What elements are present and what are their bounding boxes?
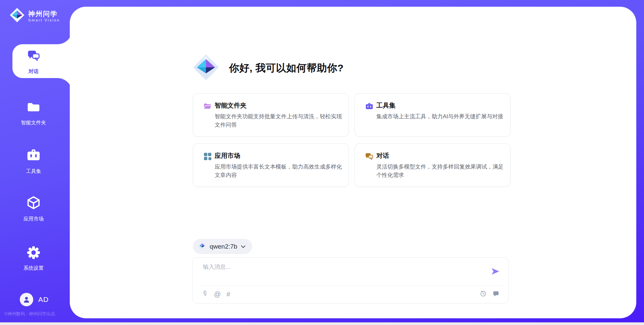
sidebar-item-label: 智能文件夹 (21, 120, 46, 126)
user-name: AD (38, 296, 49, 304)
sidebar-item-chat[interactable]: 对话 (0, 48, 67, 75)
brand-subtitle: Smart Vision (28, 18, 60, 22)
chat-icon (365, 152, 374, 161)
sidebar-item-app-market[interactable]: 应用市场 (0, 195, 67, 222)
cube-icon (26, 195, 41, 212)
card-title: 智能文件夹 (215, 101, 247, 110)
model-selector[interactable]: qwen2:7b (193, 239, 252, 254)
model-name: qwen2:7b (210, 243, 237, 250)
chevron-down-icon (241, 244, 246, 250)
card-smart-folder[interactable]: 智能文件夹 智能文件夹功能支持批量文件上传与清洗，轻松实现文件问答 (193, 93, 349, 137)
history-icon[interactable] (479, 290, 487, 299)
greeting-title: 你好, 我可以如何帮助你? (229, 61, 344, 75)
card-title: 对话 (376, 151, 389, 160)
card-app-market[interactable]: 应用市场 应用市场提供丰富长文本模板，助力高效生成多样化文章内容 (193, 143, 349, 187)
greeting-gem-icon (192, 53, 220, 83)
briefcase-icon (365, 102, 374, 111)
model-gem-icon (198, 242, 206, 251)
mention-icon[interactable]: @ (214, 290, 221, 298)
folder-icon (26, 100, 41, 116)
avatar (20, 293, 33, 306)
card-title: 应用市场 (215, 151, 240, 160)
brand: 神州问学 Smart Vision (9, 7, 60, 24)
message-input[interactable]: 输入消息... (203, 263, 230, 271)
feedback-chat-icon[interactable] (492, 290, 499, 299)
gear-icon (26, 246, 41, 261)
send-icon[interactable] (491, 267, 500, 277)
card-chat[interactable]: 对话 灵活切换多模型文件，支持多样回复效果调试，满足个性化需求 (355, 143, 511, 187)
grid-icon (203, 152, 212, 161)
brand-logo-gem-icon (9, 7, 25, 24)
sidebar-item-label: 应用市场 (23, 216, 44, 222)
card-description: 集成市场上主流工具，助力AI与外界无缝扩展与对接 (376, 112, 504, 121)
user-profile[interactable]: AD (20, 293, 49, 306)
brand-name: 神州问学 (28, 10, 60, 18)
card-description: 灵活切换多模型文件，支持多样回复效果调试，满足个性化需求 (376, 162, 504, 179)
card-toolset[interactable]: 工具集 集成市场上主流工具，助力AI与外界无缝扩展与对接 (355, 93, 511, 137)
sidebar-item-label: 工具集 (26, 168, 41, 175)
copyright-text: ©神州数码 · 神州问学出品 (4, 311, 55, 317)
sidebar-item-toolset[interactable]: 工具集 (0, 147, 67, 175)
message-composer[interactable]: 输入消息... @ # (192, 257, 509, 304)
greeting: 你好, 我可以如何帮助你? (192, 53, 344, 83)
chat-icon (26, 48, 41, 64)
folder-open-icon (203, 102, 212, 111)
app-window: 神州问学 Smart Vision 对话 智能文件夹 (0, 0, 644, 325)
briefcase-icon (26, 147, 41, 164)
sidebar-item-smart-folder[interactable]: 智能文件夹 (0, 100, 67, 126)
card-description: 应用市场提供丰富长文本模板，助力高效生成多样化文章内容 (215, 162, 343, 179)
card-description: 智能文件夹功能支持批量文件上传与清洗，轻松实现文件问答 (215, 112, 343, 129)
bottom-edge-strip (0, 322, 644, 325)
sidebar-item-settings[interactable]: 系统设置 (0, 246, 67, 271)
composer-divider (199, 285, 502, 286)
attachment-icon[interactable] (202, 290, 208, 299)
sidebar-item-label: 对话 (29, 68, 39, 75)
hashtag-icon[interactable]: # (226, 290, 230, 298)
sidebar-item-label: 系统设置 (23, 265, 44, 271)
card-title: 工具集 (376, 101, 395, 110)
